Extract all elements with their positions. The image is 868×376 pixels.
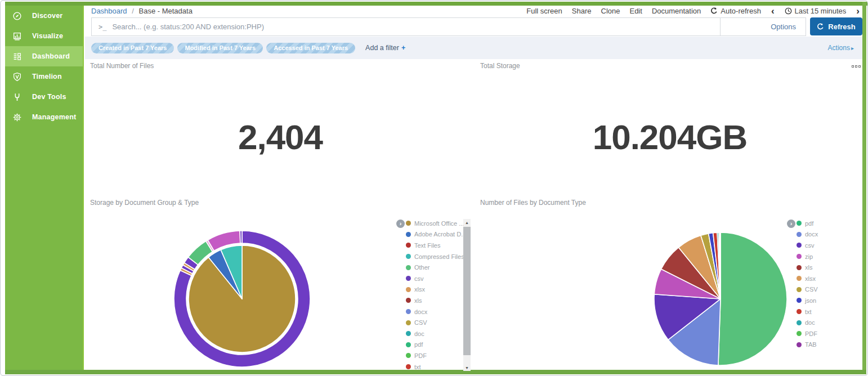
legend-item-xls[interactable]: xls [406, 295, 469, 306]
sidebar-item-visualize[interactable]: Visualize [5, 26, 83, 46]
legend-label: Compressed Files [414, 253, 464, 260]
legend-color-dot [797, 276, 802, 281]
legend-label: doc [805, 319, 815, 326]
options-button[interactable]: Options [771, 23, 806, 31]
metric-total-files: 2,404 [86, 117, 475, 157]
legend-item-xlsx[interactable]: xlsx [797, 273, 860, 284]
legend-item-microsoft-office-[interactable]: Microsoft Office ... [406, 218, 469, 229]
legend-color-dot [797, 254, 802, 259]
legend-item-pdf[interactable]: PDF [797, 328, 860, 339]
sidebar-item-timelion[interactable]: Timelion [5, 66, 83, 87]
legend-collapse-icon[interactable]: › [396, 220, 405, 228]
panel-actions-button[interactable]: Actions▸ [828, 44, 854, 52]
legend-item-docx[interactable]: docx [406, 306, 469, 317]
top-nav: Full screenShareCloneEditDocumentation A… [526, 6, 860, 16]
legend-label: TAB [805, 341, 817, 348]
legend-item-docx[interactable]: docx [797, 229, 860, 240]
legend-color-dot [797, 320, 802, 325]
clock-icon [785, 7, 792, 15]
wrench-icon [12, 92, 22, 102]
legend-item-text-files[interactable]: Text Files [406, 240, 469, 251]
legend-color-dot [406, 254, 411, 259]
search-bar: >_ Options [91, 17, 806, 36]
legend-item-csv[interactable]: csv [406, 273, 469, 284]
filter-pill[interactable]: Modified in Past 7 Years [177, 43, 263, 53]
legend-item-csv[interactable]: csv [797, 240, 860, 251]
time-prev-button[interactable]: ‹ [771, 6, 775, 16]
legend-item-compressed-files[interactable]: Compressed Files [406, 251, 469, 262]
legend-item-tab[interactable]: TAB [797, 339, 860, 351]
sidebar-item-dev-tools[interactable]: Dev Tools [5, 87, 83, 107]
refresh-button[interactable]: Refresh [810, 17, 862, 35]
top-accent-bar [5, 2, 867, 6]
search-input[interactable] [112, 18, 720, 35]
refresh-icon [817, 23, 824, 30]
legend-color-dot [406, 287, 411, 292]
legend-label: Text Files [414, 242, 440, 249]
legend-item-csv[interactable]: CSV [797, 284, 860, 296]
gear-icon [12, 113, 22, 122]
add-filter-button[interactable]: Add a filter+ [365, 44, 405, 52]
sidebar-item-discover[interactable]: Discover [5, 6, 83, 26]
breadcrumb-separator: / [132, 7, 134, 15]
legend-item-txt[interactable]: txt [797, 306, 860, 317]
filter-pill[interactable]: Accessed in Past 7 Years [266, 43, 355, 53]
legend-label: docx [414, 308, 427, 315]
scroll-up-icon[interactable]: ▲ [463, 219, 471, 226]
legend-item-csv[interactable]: CSV [406, 317, 469, 328]
breadcrumb: Dashboard / Base - Metadata [91, 7, 193, 15]
legend-item-zip[interactable]: zip [797, 251, 860, 262]
scroll-down-icon[interactable]: ▼ [463, 364, 471, 371]
legend-item-pdf[interactable]: pdf [797, 218, 860, 229]
legend-color-dot [406, 298, 411, 303]
legend-label: PDF [805, 330, 817, 337]
legend-color-dot [797, 287, 802, 292]
legend-color-dot [406, 309, 411, 314]
pie-slice-pdf[interactable] [718, 232, 787, 365]
legend-color-dot [406, 342, 411, 347]
nav-documentation-button[interactable]: Documentation [652, 7, 701, 15]
sidebar-item-management[interactable]: Management [5, 107, 83, 127]
legend-color-dot [797, 309, 802, 314]
files-chart-legend: pdfdocxcsvzipxlsxlsxCSVjsontxtdocPDFTAB [797, 218, 860, 350]
legend-label: PDF [414, 352, 427, 359]
legend-item-txt[interactable]: txt [406, 361, 469, 373]
legend-label: Other [414, 264, 430, 271]
legend-label: CSV [414, 319, 427, 326]
legend-label: docx [805, 231, 818, 238]
options-section: Options [720, 18, 806, 35]
time-next-button[interactable]: › [856, 6, 860, 16]
legend-item-doc[interactable]: doc [797, 317, 860, 328]
legend-color-dot [406, 331, 411, 336]
legend-item-xlsx[interactable]: xlsx [406, 284, 469, 296]
legend-item-adobe-acrobat-d-[interactable]: Adobe Acrobat D... [406, 229, 469, 240]
pie-slice-csv[interactable] [240, 231, 242, 243]
kibana-window: DiscoverVisualizeDashboardTimelionDev To… [0, 0, 868, 376]
legend-label: csv [414, 275, 424, 282]
legend-collapse-icon[interactable]: › [787, 220, 795, 228]
nav-share-button[interactable]: Share [572, 7, 592, 15]
sidebar-item-label: Timelion [32, 73, 62, 80]
sidebar-item-dashboard[interactable]: Dashboard [5, 46, 83, 66]
breadcrumb-dashboard-link[interactable]: Dashboard [91, 7, 127, 15]
time-range-picker[interactable]: Last 15 minutes [785, 7, 847, 15]
sidebar-item-label: Management [32, 113, 76, 121]
legend-label: json [805, 297, 816, 304]
filter-pill[interactable]: Created in Past 7 Years [91, 43, 174, 53]
bar-chart-icon [12, 32, 22, 41]
legend-color-dot [797, 331, 802, 336]
nav-edit-button[interactable]: Edit [629, 7, 642, 15]
legend-item-pdf[interactable]: pdf [406, 339, 469, 351]
panel-menu-icon[interactable] [852, 65, 861, 68]
legend-item-xls[interactable]: xls [797, 262, 860, 273]
legend-item-doc[interactable]: doc [406, 328, 469, 339]
nav-full-screen-button[interactable]: Full screen [526, 7, 562, 15]
scroll-thumb[interactable] [463, 227, 471, 355]
legend-item-pdf[interactable]: PDF [406, 350, 469, 361]
legend-scrollbar[interactable]: ▲ ▼ [463, 219, 471, 371]
auto-refresh-button[interactable]: Auto-refresh [710, 7, 761, 15]
filter-bar: Created in Past 7 YearsModified in Past … [85, 37, 862, 59]
legend-item-json[interactable]: json [797, 295, 860, 306]
nav-clone-button[interactable]: Clone [601, 7, 620, 15]
legend-item-other[interactable]: Other [406, 262, 469, 273]
